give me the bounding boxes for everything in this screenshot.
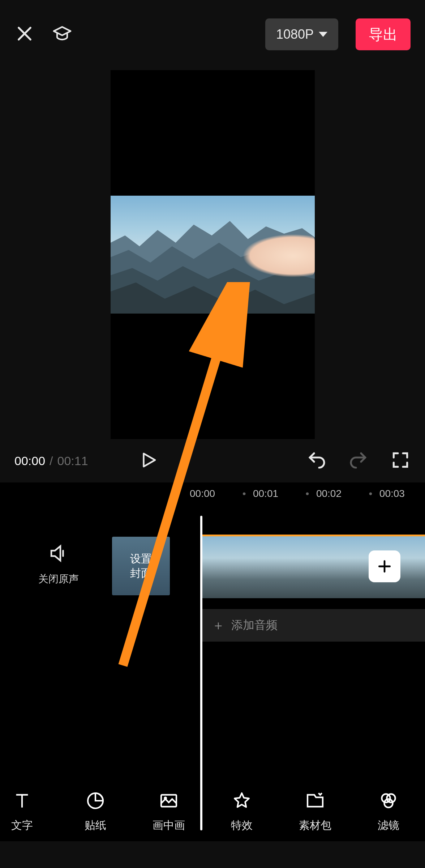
export-label: 导出 bbox=[369, 25, 398, 44]
fullscreen-button[interactable] bbox=[390, 450, 411, 472]
tool-label: 素材包 bbox=[299, 818, 331, 833]
svg-point-7 bbox=[384, 799, 392, 807]
tool-label: 滤镜 bbox=[378, 818, 399, 833]
bottom-toolbar: 文字 贴纸 画中画 特效 素材包 滤镜 bbox=[0, 778, 425, 868]
playback-bar: 00:00 / 00:11 bbox=[0, 439, 425, 482]
plus-icon: ＋ bbox=[212, 617, 225, 634]
ruler-tick: 00:03 bbox=[379, 488, 425, 499]
cover-label: 设置封面 bbox=[130, 552, 152, 580]
timeline-ruler[interactable]: 00:00 • 00:01 • 00:02 • 00:03 bbox=[0, 482, 425, 505]
tool-filter[interactable]: 滤镜 bbox=[352, 791, 425, 833]
playhead[interactable] bbox=[200, 516, 202, 830]
video-frame[interactable] bbox=[111, 70, 315, 439]
top-bar: 1080P 导出 bbox=[0, 0, 425, 69]
chevron-down-icon bbox=[319, 32, 327, 37]
resolution-selector[interactable]: 1080P bbox=[265, 18, 338, 50]
video-preview-area bbox=[0, 69, 425, 439]
time-separator: / bbox=[50, 454, 53, 468]
clip-frame bbox=[202, 536, 260, 598]
mute-original-audio-button[interactable]: 关闭原声 bbox=[38, 542, 79, 586]
close-icon[interactable] bbox=[14, 24, 35, 45]
undo-button[interactable] bbox=[306, 450, 327, 472]
ruler-tick: 00:00 bbox=[190, 488, 235, 499]
tool-label: 特效 bbox=[231, 818, 253, 833]
playback-time: 00:00 / 00:11 bbox=[14, 454, 88, 468]
export-button[interactable]: 导出 bbox=[356, 18, 411, 50]
tool-label: 画中画 bbox=[153, 818, 185, 833]
set-cover-button[interactable]: 设置封面 bbox=[112, 537, 170, 595]
total-time: 00:11 bbox=[57, 454, 88, 468]
graduation-cap-icon[interactable] bbox=[52, 24, 72, 45]
tool-pip[interactable]: 画中画 bbox=[132, 791, 205, 833]
resolution-label: 1080P bbox=[276, 27, 314, 42]
tool-sticker[interactable]: 贴纸 bbox=[59, 791, 132, 833]
play-button[interactable] bbox=[139, 450, 158, 471]
svg-point-4 bbox=[164, 797, 166, 799]
tool-text[interactable]: 文字 bbox=[0, 791, 59, 833]
current-time: 00:00 bbox=[14, 454, 45, 468]
mute-label: 关闭原声 bbox=[38, 572, 79, 586]
tool-label: 文字 bbox=[11, 818, 33, 833]
hand-overlay bbox=[242, 234, 315, 277]
add-audio-button[interactable]: ＋ 添加音频 bbox=[202, 609, 425, 642]
ruler-tick: 00:01 bbox=[253, 488, 299, 499]
add-audio-label: 添加音频 bbox=[231, 617, 278, 633]
svg-point-6 bbox=[387, 794, 395, 802]
add-clip-button[interactable] bbox=[369, 550, 400, 582]
tool-label: 贴纸 bbox=[85, 818, 106, 833]
redo-button[interactable] bbox=[348, 450, 369, 472]
clip-frame bbox=[260, 536, 318, 598]
ruler-tick: 00:02 bbox=[316, 488, 362, 499]
video-content bbox=[111, 196, 315, 314]
tool-assets[interactable]: 素材包 bbox=[279, 791, 352, 833]
clip-frame bbox=[318, 536, 376, 598]
tool-effects[interactable]: 特效 bbox=[205, 791, 279, 833]
